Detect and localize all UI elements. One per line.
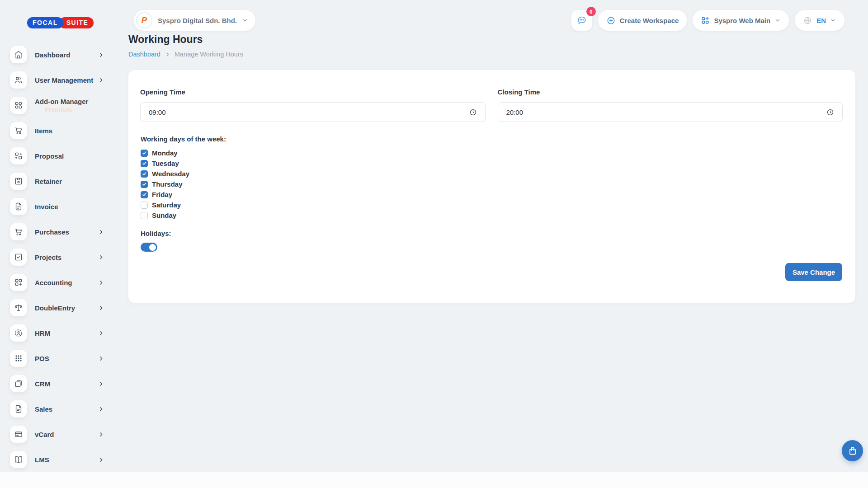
chevron-down-icon [774, 17, 781, 23]
closing-time-field: Closing Time 20:00 [498, 88, 843, 122]
sidebar-item-retainer[interactable]: Retainer [0, 169, 118, 194]
sidebar-item-proposal[interactable]: Proposal [0, 143, 118, 169]
holidays-toggle[interactable] [141, 243, 157, 252]
file-icon [10, 400, 27, 418]
day-label: Wednesday [152, 170, 189, 178]
sidebar-item-label: CRM [35, 380, 98, 388]
shopping-bag-icon [847, 446, 858, 456]
sidebar-item-label: Add-on Manager [35, 98, 98, 105]
sidebar: FOCAL SUITE Dashboard User Management Ad… [0, 0, 118, 488]
chevron-right-icon [98, 77, 104, 83]
chevron-down-icon [242, 17, 248, 23]
chevron-right-icon [98, 305, 104, 311]
sidebar-item-sales[interactable]: Sales [0, 396, 118, 422]
sidebar-item-items[interactable]: Items [0, 118, 118, 143]
logo-focal: FOCAL [27, 17, 63, 28]
person-circle-icon [10, 324, 27, 342]
cart-icon [10, 223, 27, 240]
chevron-down-icon [830, 17, 836, 23]
chat-button[interactable]: 0 [571, 10, 592, 31]
sidebar-item-label: HRM [35, 329, 98, 337]
day-checkbox-friday[interactable]: Friday [141, 189, 843, 200]
day-checkbox-sunday[interactable]: Sunday [141, 210, 843, 221]
sidebar-item-dashboard[interactable]: Dashboard [0, 42, 118, 67]
sidebar-item-invoice[interactable]: Invoice [0, 194, 118, 219]
sidebar-item-crm[interactable]: CRM [0, 371, 118, 396]
grid-plus-icon [10, 274, 27, 291]
checkbox-icon [141, 202, 148, 209]
opening-time-label: Opening Time [140, 88, 486, 96]
sidebar-item-label: vCard [35, 431, 98, 438]
addon-grid-icon [10, 97, 27, 114]
day-checkbox-monday[interactable]: Monday [141, 148, 843, 158]
sidebar-item-purchases[interactable]: Purchases [0, 219, 118, 244]
day-checkbox-tuesday[interactable]: Tuesday [141, 158, 843, 169]
sidebar-item-addon-manager[interactable]: Add-on Manager Premium [0, 93, 118, 118]
chevron-right-icon [98, 330, 104, 336]
focal-suite-logo: FOCAL SUITE [27, 17, 94, 28]
checkbox-icon [141, 170, 148, 178]
sidebar-item-accounting[interactable]: Accounting [0, 270, 118, 295]
breadcrumb-current: Manage Working Hours [175, 51, 243, 58]
cart-fab-button[interactable] [842, 440, 863, 461]
create-workspace-button[interactable]: Create Workspace [598, 10, 687, 31]
working-days-label: Working days of the week: [141, 135, 843, 143]
checkbox-icon [141, 181, 148, 188]
chevron-right-icon [98, 254, 104, 260]
breadcrumb: Dashboard Manage Working Hours [128, 51, 243, 58]
swap-squares-icon [10, 147, 27, 164]
chevron-right-icon [98, 406, 104, 412]
sidebar-item-label: Invoice [35, 203, 98, 211]
day-label: Thursday [152, 180, 183, 188]
clock-icon[interactable] [469, 108, 477, 116]
day-label: Sunday [152, 211, 176, 219]
sidebar-item-hrm[interactable]: HRM [0, 320, 118, 346]
overlap-squares-icon [10, 375, 27, 392]
book-icon [10, 451, 27, 468]
day-checkbox-thursday[interactable]: Thursday [141, 179, 843, 189]
app-selector[interactable]: Syspro Web Main [693, 10, 789, 31]
sidebar-item-label: DoubleEntry [35, 304, 98, 312]
checkbox-icon [141, 160, 148, 167]
closing-time-value: 20:00 [506, 108, 524, 116]
chevron-right-icon [98, 52, 104, 58]
sidebar-item-label: POS [35, 355, 98, 362]
sidebar-item-label: User Management [35, 76, 98, 84]
sidebar-item-pos[interactable]: POS [0, 346, 118, 371]
checkbox-icon [141, 212, 148, 219]
sidebar-item-label: Proposal [35, 152, 98, 160]
toggle-knob [149, 244, 156, 251]
chevron-right-icon [98, 432, 104, 437]
working-days-section: Working days of the week: Monday Tuesday… [128, 122, 855, 221]
day-label: Friday [152, 191, 172, 198]
workspace-logo-icon: P [136, 12, 152, 28]
sidebar-item-doubleentry[interactable]: DoubleEntry [0, 295, 118, 320]
floppy-icon [10, 173, 27, 190]
chevron-right-icon [98, 381, 104, 387]
day-label: Saturday [152, 201, 181, 209]
sidebar-item-user-management[interactable]: User Management [0, 67, 118, 93]
opening-time-value: 09:00 [149, 108, 166, 116]
check-square-icon [10, 249, 27, 266]
day-checkbox-saturday[interactable]: Saturday [141, 200, 843, 210]
workspace-selector[interactable]: P Syspro Digital Sdn. Bhd. [134, 10, 255, 31]
opening-time-input[interactable]: 09:00 [140, 102, 486, 122]
language-code: EN [816, 17, 826, 24]
save-change-button[interactable]: Save Change [785, 263, 842, 281]
sidebar-item-vcard[interactable]: vCard [0, 422, 118, 447]
clock-icon[interactable] [826, 108, 834, 116]
language-selector[interactable]: EN [795, 10, 844, 31]
day-checkbox-wednesday[interactable]: Wednesday [141, 169, 843, 179]
sidebar-item-lms[interactable]: LMS [0, 447, 118, 472]
page-title: Working Hours [128, 33, 203, 46]
chevron-right-icon [165, 52, 170, 57]
closing-time-label: Closing Time [498, 88, 843, 96]
breadcrumb-dashboard-link[interactable]: Dashboard [128, 51, 160, 58]
holidays-label: Holidays: [141, 230, 843, 237]
premium-badge: Premium [45, 106, 98, 113]
chat-bubble-icon [576, 15, 587, 26]
sidebar-item-label: Items [35, 127, 98, 135]
sidebar-item-label: Accounting [35, 279, 98, 286]
sidebar-item-projects[interactable]: Projects [0, 244, 118, 270]
closing-time-input[interactable]: 20:00 [498, 102, 843, 122]
